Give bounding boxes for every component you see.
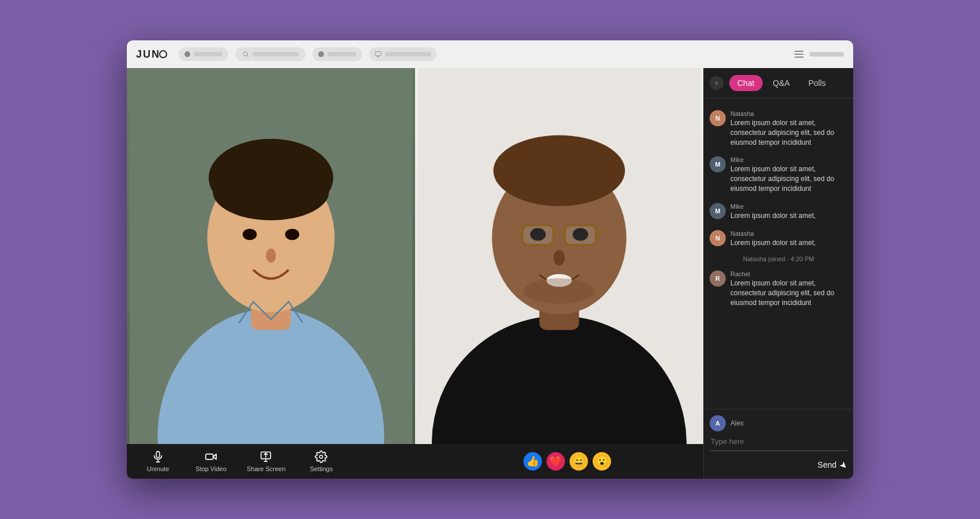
search-icon <box>242 51 249 58</box>
main-content: Unmute Stop Video <box>127 68 853 479</box>
settings-icon <box>315 450 327 463</box>
avatar-natasha-2: N <box>710 230 726 246</box>
chat-message-3: M Mike Lorem ipsum dolor sit amet, <box>710 198 847 225</box>
tab-qa[interactable]: Q&A <box>765 75 798 91</box>
send-button[interactable]: Send ➤ <box>817 460 847 471</box>
svg-marker-33 <box>213 454 217 459</box>
chat-msg-text-3: Lorem ipsum dolor sit amet, <box>730 211 847 221</box>
chat-input-username-label: Alex <box>730 419 744 427</box>
settings-label: Settings <box>310 465 333 472</box>
svg-point-11 <box>243 229 257 240</box>
video-participant-left <box>127 68 415 479</box>
topbar-search[interactable] <box>235 47 306 61</box>
heart-reaction-button[interactable]: ❤️ <box>546 452 565 471</box>
like-reaction-button[interactable]: 👍 <box>523 452 542 471</box>
app-window: JUN <box>127 40 853 479</box>
chat-input-user-row: A Alex <box>710 415 847 431</box>
chat-msg-body-5: Rachel Lorem ipsum dolor sit amet, conse… <box>730 270 847 307</box>
svg-point-28 <box>524 279 595 304</box>
topbar-search-bar <box>252 52 299 57</box>
chat-msg-username-4: Natasha <box>730 230 847 237</box>
tab-chat[interactable]: Chat <box>729 75 763 91</box>
stop-video-label: Stop Video <box>195 465 227 472</box>
video-area: Unmute Stop Video <box>127 68 703 479</box>
svg-point-18 <box>493 136 625 206</box>
app-logo: JUN <box>136 48 167 61</box>
video-participant-right <box>415 68 703 479</box>
chat-msg-username-3: Mike <box>730 203 847 210</box>
unmute-button[interactable]: Unmute <box>141 450 175 472</box>
collapse-sidebar-button[interactable] <box>710 76 723 90</box>
topbar-text-1 <box>194 52 223 57</box>
svg-rect-32 <box>206 454 213 459</box>
svg-line-1 <box>247 55 248 57</box>
svg-point-12 <box>285 229 300 240</box>
avatar-current-user: A <box>710 415 726 431</box>
share-screen-label: Share Screen <box>247 465 285 472</box>
chat-msg-username-1: Natasha <box>730 110 847 117</box>
record-icon <box>184 51 190 57</box>
chevron-left-icon <box>714 80 719 86</box>
avatar-mike-1: M <box>710 156 726 172</box>
topbar-monitor[interactable] <box>369 47 437 61</box>
laugh-reaction-button[interactable]: 😄 <box>570 452 588 471</box>
topbar-pill-1[interactable] <box>179 47 228 61</box>
svg-rect-22 <box>565 225 596 245</box>
record2-icon <box>318 51 324 57</box>
top-bar: JUN <box>127 40 853 68</box>
share-screen-button[interactable]: Share Screen <box>247 450 285 472</box>
person-right-background <box>415 68 703 479</box>
topbar-extra-text <box>809 52 844 57</box>
avatar-mike-2: M <box>710 203 726 219</box>
person-right-svg <box>415 68 703 479</box>
svg-point-38 <box>320 455 323 458</box>
chat-message-4: N Natasha Lorem ipsum dolor sit amet, <box>710 225 847 253</box>
chat-msg-text-4: Lorem ipsum dolor sit amet, <box>730 238 847 248</box>
chat-msg-body-2: Mike Lorem ipsum dolor sit amet, consect… <box>730 156 847 193</box>
topbar-extra <box>793 50 844 59</box>
person-left-background <box>127 68 415 479</box>
chat-message-1: N Natasha Lorem ipsum dolor sit amet, co… <box>710 106 847 152</box>
chat-msg-text-5: Lorem ipsum dolor sit amet, consectetur … <box>730 279 847 307</box>
svg-point-26 <box>553 250 565 265</box>
chat-input-field[interactable] <box>710 435 847 451</box>
chat-header: Chat Q&A Polls <box>704 68 853 99</box>
share-screen-icon <box>260 450 273 463</box>
chat-msg-username-5: Rachel <box>730 270 847 277</box>
chat-system-message-1: Natasha joined · 4:20 PM <box>710 252 847 266</box>
svg-point-0 <box>243 52 247 56</box>
wow-reaction-button[interactable]: 😮 <box>593 452 611 471</box>
chat-sidebar: Chat Q&A Polls N Natasha Lorem ipsum dol… <box>703 68 853 479</box>
svg-point-13 <box>266 249 276 263</box>
topbar-pill-2[interactable] <box>312 47 362 61</box>
svg-rect-21 <box>522 225 553 245</box>
settings-button[interactable]: Settings <box>304 450 338 472</box>
monitor-icon <box>375 51 382 58</box>
chat-msg-body-4: Natasha Lorem ipsum dolor sit amet, <box>730 230 847 248</box>
topbar-text-3 <box>385 52 431 57</box>
chat-msg-body-3: Mike Lorem ipsum dolor sit amet, <box>730 203 847 221</box>
svg-rect-29 <box>156 452 160 458</box>
chat-message-2: M Mike Lorem ipsum dolor sit amet, conse… <box>710 152 847 198</box>
chat-msg-body-1: Natasha Lorem ipsum dolor sit amet, cons… <box>730 110 847 147</box>
reactions-bar: 👍 ❤️ 😄 😮 <box>523 452 611 471</box>
chat-send-bar: Send ➤ <box>704 451 853 479</box>
tab-polls[interactable]: Polls <box>800 75 834 91</box>
topbar-text-2 <box>327 52 356 57</box>
bottom-toolbar: Unmute Stop Video <box>127 444 703 479</box>
chat-messages-list: N Natasha Lorem ipsum dolor sit amet, co… <box>704 99 853 409</box>
person-left-svg <box>127 68 415 479</box>
avatar-natasha-1: N <box>710 110 726 126</box>
stop-video-button[interactable]: Stop Video <box>194 450 228 472</box>
chat-msg-text-2: Lorem ipsum dolor sit amet, consectetur … <box>730 164 847 193</box>
chat-message-5: R Rachel Lorem ipsum dolor sit amet, con… <box>710 266 847 312</box>
mic-icon <box>152 450 164 463</box>
menu-lines-icon[interactable] <box>793 50 805 59</box>
svg-rect-2 <box>375 52 381 56</box>
svg-point-10 <box>213 164 329 220</box>
unmute-label: Unmute <box>147 465 169 472</box>
send-label: Send <box>817 460 836 469</box>
chat-msg-text-1: Lorem ipsum dolor sit amet, consectetur … <box>730 118 847 147</box>
send-icon: ➤ <box>837 458 850 472</box>
video-icon <box>205 450 217 463</box>
